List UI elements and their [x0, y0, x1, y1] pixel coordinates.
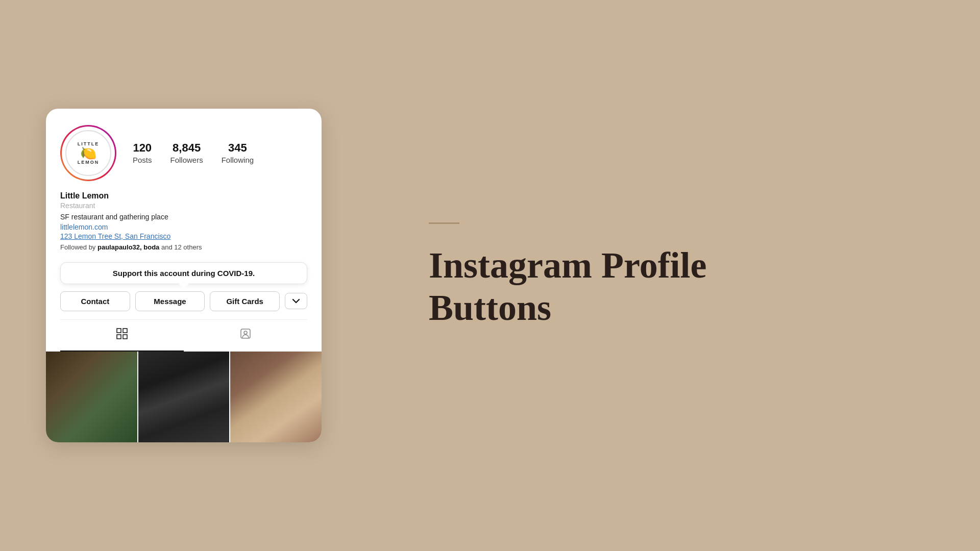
phone-card: LITTLE 🍋 LEMON 120 Posts 8,845 Followers: [46, 109, 322, 443]
grid-photo-1[interactable]: [46, 352, 137, 443]
logo-lemon-icon: 🍋: [80, 146, 96, 160]
followers-label: Followers: [170, 156, 203, 164]
profile-section: LITTLE 🍋 LEMON 120 Posts 8,845 Followers: [46, 109, 322, 352]
divider-line: [429, 222, 459, 224]
stats-row: 120 Posts 8,845 Followers 345 Following: [133, 141, 254, 164]
contact-button[interactable]: Contact: [60, 291, 130, 311]
heading-line1: Instagram Profile: [429, 245, 707, 286]
chevron-down-icon: [292, 298, 300, 304]
svg-rect-2: [117, 335, 121, 339]
tab-tagged[interactable]: [184, 320, 307, 352]
photo-grid: [46, 352, 322, 443]
page-title: Instagram Profile Buttons: [429, 244, 707, 329]
svg-rect-0: [117, 329, 121, 333]
right-section: Instagram Profile Buttons: [368, 0, 980, 551]
followed-by-others: and 12 others: [161, 243, 202, 251]
buttons-row: Contact Message Gift Cards: [60, 291, 307, 311]
followed-by-label: Followed by: [60, 243, 95, 251]
message-button[interactable]: Message: [135, 291, 205, 311]
covid-tooltip: Support this account during COVID-19.: [60, 262, 307, 284]
logo-text-bottom: LEMON: [78, 160, 100, 165]
following-label: Following: [222, 156, 254, 164]
posts-stat: 120 Posts: [133, 141, 152, 164]
left-section: LITTLE 🍋 LEMON 120 Posts 8,845 Followers: [0, 0, 368, 551]
profile-category: Restaurant: [60, 202, 307, 210]
profile-address[interactable]: 123 Lemon Tree St, San Francisco: [60, 232, 307, 240]
grid-photo-3[interactable]: [230, 352, 322, 443]
profile-header: LITTLE 🍋 LEMON 120 Posts 8,845 Followers: [60, 125, 307, 181]
posts-label: Posts: [133, 156, 152, 164]
logo-circle: LITTLE 🍋 LEMON: [65, 130, 111, 176]
heading-line2: Buttons: [429, 287, 551, 328]
person-tag-icon: [240, 328, 251, 342]
avatar-inner: LITTLE 🍋 LEMON: [62, 127, 115, 180]
grid-photo-2[interactable]: [138, 352, 230, 443]
profile-info: Little Lemon Restaurant SF restaurant an…: [60, 191, 307, 258]
svg-rect-1: [123, 329, 127, 333]
tab-grid[interactable]: [60, 320, 184, 352]
profile-followed-by: Followed by paulapaulo32, boda and 12 ot…: [60, 243, 307, 251]
tooltip-text: Support this account during COVID-19.: [113, 269, 255, 278]
followers-count: 8,845: [173, 141, 201, 155]
profile-website[interactable]: littlelemon.com: [60, 223, 307, 231]
svg-point-5: [244, 331, 247, 334]
followers-stat: 8,845 Followers: [170, 141, 203, 164]
followed-by-names: paulapaulo32, boda: [97, 243, 159, 251]
dropdown-button[interactable]: [285, 293, 307, 309]
profile-name: Little Lemon: [60, 191, 307, 201]
posts-count: 120: [133, 141, 152, 155]
svg-rect-3: [123, 335, 127, 339]
following-stat: 345 Following: [222, 141, 254, 164]
grid-icon: [116, 328, 128, 342]
profile-bio: SF restaurant and gathering place: [60, 213, 307, 221]
gift-cards-button[interactable]: Gift Cards: [210, 291, 280, 311]
avatar-ring: LITTLE 🍋 LEMON: [60, 125, 116, 181]
following-count: 345: [228, 141, 247, 155]
tab-bar: [60, 319, 307, 352]
